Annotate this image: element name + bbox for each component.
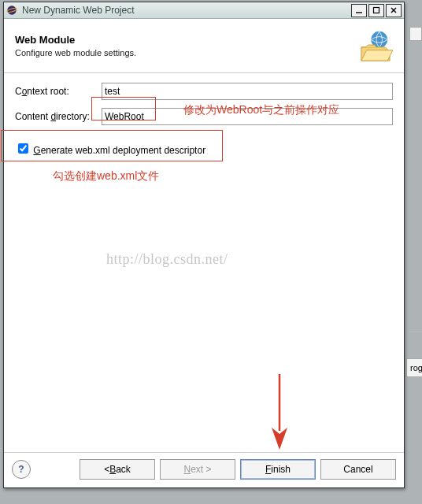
eclipse-icon <box>6 5 17 16</box>
svg-marker-8 <box>272 428 287 450</box>
annotation-text-checkbox: 勾选创建web.xml文件 <box>53 169 159 183</box>
minimize-button[interactable] <box>351 4 367 17</box>
wizard-footer: ? < Back Next > Finish Cancel <box>4 452 404 487</box>
context-root-input[interactable] <box>102 83 393 100</box>
generate-webxml-checkbox[interactable] <box>18 143 28 154</box>
banner-subtitle: Configure web module settings. <box>15 48 357 57</box>
svg-rect-3 <box>374 8 379 13</box>
bg-icon-1 <box>409 27 422 41</box>
annotation-arrow-icon <box>268 372 291 451</box>
banner-heading: Web Module <box>15 34 357 46</box>
titlebar: New Dynamic Web Project <box>4 2 404 19</box>
next-button: Next > <box>160 459 235 480</box>
wizard-banner: Web Module Configure web module settings… <box>4 19 404 73</box>
bg-fragment: rog <box>406 358 422 377</box>
maximize-button[interactable] <box>368 4 384 17</box>
wizard-content: Context root: Content directory: Generat… <box>4 73 404 452</box>
back-button[interactable]: < Back <box>80 459 155 480</box>
context-root-label: Context root: <box>15 86 102 97</box>
bg-divider <box>409 332 422 332</box>
wizard-dialog: New Dynamic Web Project Web Module Confi… <box>3 2 405 488</box>
content-directory-row: Content directory: <box>15 108 393 125</box>
generate-webxml-row: Generate web.xml deployment descriptor <box>15 141 393 156</box>
watermark-text: http://blog.csdn.net/ <box>106 251 228 268</box>
cancel-button[interactable]: Cancel <box>320 459 396 480</box>
web-module-icon <box>357 29 393 62</box>
help-button[interactable]: ? <box>12 460 31 479</box>
generate-webxml-label[interactable]: Generate web.xml deployment descriptor <box>33 145 205 156</box>
close-button[interactable] <box>386 4 402 17</box>
finish-button[interactable]: Finish <box>240 459 316 480</box>
content-directory-input[interactable] <box>102 108 393 125</box>
content-directory-label: Content directory: <box>15 111 102 122</box>
context-root-row: Context root: <box>15 83 393 100</box>
window-title: New Dynamic Web Project <box>22 5 350 16</box>
